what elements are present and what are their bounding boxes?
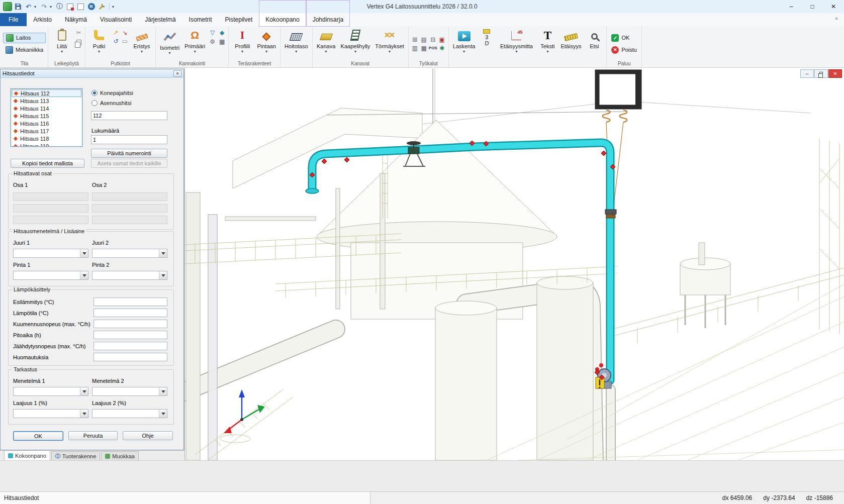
copy-icon[interactable] <box>74 38 83 46</box>
heat-input-1[interactable] <box>93 309 167 317</box>
ribbon-collapse-icon[interactable]: ^ <box>829 13 844 26</box>
save-icon[interactable] <box>13 2 23 12</box>
dialog-titlebar[interactable]: Hitsaustiedot ✕ <box>1 69 183 78</box>
mdi-restore-button[interactable] <box>814 69 828 78</box>
branch-up-icon[interactable]: ↗ <box>112 29 120 37</box>
ok-button[interactable]: OK <box>13 431 63 441</box>
heat-input-4[interactable] <box>93 342 167 350</box>
align-tool-icon[interactable]: ▥ <box>411 44 419 52</box>
hoitotaso-button[interactable]: Hoitotaso ▾ <box>283 27 310 59</box>
liita-button[interactable]: Liitä ▾ <box>50 27 73 59</box>
tab-file[interactable]: File <box>0 13 27 26</box>
alert-tool-icon[interactable]: ▣ <box>438 36 446 44</box>
3d-scene[interactable] <box>185 68 844 460</box>
report-grid-icon[interactable] <box>65 2 75 12</box>
radio-asennushitsi[interactable]: Asennushitsi <box>91 100 131 106</box>
broom-tool-icon[interactable]: ✱ <box>438 44 446 52</box>
snap-grid-icon[interactable]: ⊞ <box>411 36 419 44</box>
menetelma2-dropdown[interactable] <box>92 387 167 396</box>
tab-jarjestelma[interactable]: Järjestelmä <box>138 13 182 26</box>
pipe-clamp[interactable] <box>605 210 616 218</box>
etaisyysmitta-button[interactable]: 45 Etäisyysmitta ▾ <box>496 27 536 59</box>
count-input[interactable] <box>91 135 167 144</box>
menetelma1-dropdown[interactable] <box>13 387 88 396</box>
isometri-button[interactable]: Isometri ▾ <box>158 27 181 59</box>
copy-from-model-button[interactable]: Kopioi tiedot mallista <box>11 159 84 168</box>
cut-icon[interactable]: ✂ <box>74 29 83 37</box>
juuri1-dropdown[interactable] <box>13 249 88 258</box>
ok-button-ribbon[interactable]: ✓ OK <box>609 33 639 43</box>
funnel-icon[interactable]: ▽ <box>208 29 217 37</box>
dialog-close-icon[interactable]: ✕ <box>173 70 181 77</box>
pinta2-dropdown[interactable] <box>92 271 167 280</box>
reroute-icon[interactable]: ↺ <box>112 37 120 45</box>
kanava-button[interactable]: Kanava ▾ <box>315 27 338 59</box>
list-item[interactable]: Hitsaus 112 <box>12 89 81 97</box>
tab-nakyma[interactable]: Näkymä <box>58 13 93 26</box>
tab-isometrit[interactable]: Isometrit <box>182 13 219 26</box>
list-item[interactable]: Hitsaus 113 <box>12 97 81 105</box>
laitos-button[interactable]: Laitos <box>3 33 46 43</box>
update-numbering-button[interactable]: Päivitä numerointi <box>91 149 167 158</box>
radio-konepajahitsi[interactable]: Konepajahitsi <box>91 90 133 96</box>
tab-arkisto[interactable]: Arkisto <box>27 13 58 26</box>
support-diamond-icon[interactable]: ◆ <box>218 29 226 37</box>
segment-icon[interactable]: ▭ <box>121 37 129 45</box>
weld-list[interactable]: Hitsaus 112 Hitsaus 113 Hitsaus 114 Hits… <box>11 88 82 147</box>
mdi-close-button[interactable]: ✕ <box>828 69 842 78</box>
heat-input-0[interactable] <box>93 297 167 306</box>
putki-button[interactable]: Putki ▾ <box>87 27 111 59</box>
window-close-button[interactable]: ✕ <box>823 1 844 13</box>
panel-tab-tuoterakenne[interactable]: ⓘ Tuoterakenne <box>51 451 100 460</box>
weld-number-input[interactable] <box>91 111 167 120</box>
panel-tab-muokkaa[interactable]: Muokkaa <box>101 451 139 460</box>
list-item[interactable]: Hitsaus 115 <box>12 112 81 120</box>
tab-kokoonpano[interactable]: Kokoonpano <box>259 13 306 26</box>
redo-icon[interactable]: ↷ <box>39 2 49 12</box>
etsi-button[interactable]: Etsi <box>584 27 604 59</box>
undo-icon[interactable]: ↶ <box>24 2 33 12</box>
heat-input-5[interactable] <box>93 353 167 361</box>
laskenta-button[interactable]: Laskenta ▾ <box>451 27 478 59</box>
r-badge-icon[interactable]: R <box>86 2 96 12</box>
pinta1-dropdown[interactable] <box>13 271 88 280</box>
list-item[interactable]: Hitsaus 114 <box>12 105 81 112</box>
primaari-button[interactable]: Ω Primääri ▾ <box>182 27 207 59</box>
kaapelihylly-button[interactable]: Kaapelihylly ▾ <box>339 27 372 59</box>
slope-down-icon[interactable]: ↘ <box>121 29 129 37</box>
3d-viewport[interactable]: – ✕ <box>184 68 844 460</box>
heat-input-3[interactable] <box>93 331 167 339</box>
mdi-minimize-button[interactable]: – <box>800 69 814 78</box>
redo-dropdown-icon[interactable]: ▾ <box>50 5 54 9</box>
support-grid-icon[interactable]: ▦ <box>218 38 226 46</box>
warning-icon[interactable] <box>596 377 604 388</box>
app-logo-icon[interactable] <box>3 2 12 12</box>
laajuus2-dropdown[interactable] <box>92 409 167 418</box>
panel-tool-icon[interactable]: ⊟ <box>429 36 437 44</box>
tormaykset-button[interactable]: ✕✕ Törmäykset ▾ <box>373 27 406 59</box>
list-item[interactable]: Hitsaus 117 <box>12 127 81 135</box>
eristys-button[interactable]: Eristys ▾ <box>130 27 153 59</box>
tab-johdinsarja[interactable]: Johdinsarja <box>306 13 350 26</box>
teksti-button[interactable]: T Teksti ▾ <box>537 27 557 59</box>
etaisyys-button[interactable]: Etäisyys <box>558 27 583 59</box>
laajuus1-dropdown[interactable] <box>13 409 88 418</box>
list-item[interactable]: Hitsaus 116 <box>12 120 81 127</box>
toolbar-options-icon[interactable]: ▾ <box>112 5 116 9</box>
poistu-button[interactable]: ✕ Poistu <box>609 45 639 55</box>
juuri2-dropdown[interactable] <box>92 249 167 258</box>
table-tool-icon[interactable]: ▦ <box>420 44 428 52</box>
profiili-button[interactable]: I Profiili ▾ <box>231 27 254 59</box>
info-icon[interactable]: ⓘ <box>55 2 64 12</box>
pipe-branch-icon[interactable] <box>97 2 107 12</box>
pos-tool-icon[interactable]: POS <box>429 44 437 52</box>
table-grid-icon[interactable] <box>76 2 85 12</box>
heat-input-2[interactable] <box>93 320 167 328</box>
cancel-button[interactable]: Peruuta <box>68 431 118 440</box>
list-item[interactable]: Hitsaus 118 <box>12 135 81 142</box>
tab-visualisointi[interactable]: Visualisointi <box>93 13 138 26</box>
window-minimize-button[interactable]: – <box>781 1 802 13</box>
window-maximize-button[interactable]: □ <box>802 1 823 13</box>
mekaniikka-button[interactable]: Mekaniikka <box>3 45 46 55</box>
undo-dropdown-icon[interactable]: ▾ <box>34 5 38 9</box>
